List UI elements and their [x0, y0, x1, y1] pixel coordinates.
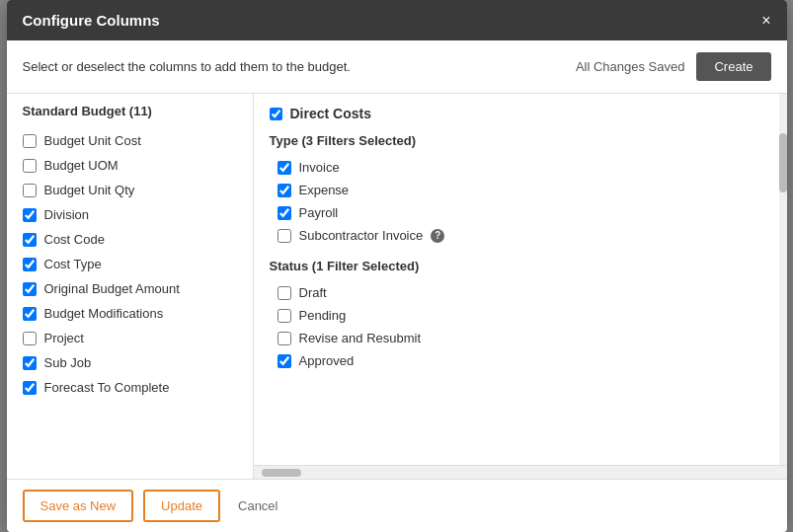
right-panel-inner: Direct Costs Type (3 Filters Selected) I… — [254, 94, 779, 465]
status-item: Approved — [270, 349, 763, 372]
type-item-label: Payroll — [299, 205, 339, 220]
list-item: Forecast To Complete — [7, 375, 253, 400]
type-item: Invoice — [270, 156, 763, 179]
list-item-checkbox-7[interactable] — [23, 307, 37, 321]
list-item-label[interactable]: Division — [44, 207, 90, 222]
type-items-container: InvoiceExpensePayrollSubcontractor Invoi… — [270, 156, 763, 247]
status-items-container: DraftPendingRevise and ResubmitApproved — [270, 281, 763, 372]
type-checkbox-1[interactable] — [278, 184, 291, 197]
list-item: Division — [7, 202, 253, 227]
modal-header: Configure Columns × — [7, 0, 787, 40]
list-item-checkbox-0[interactable] — [23, 134, 37, 148]
direct-costs-header: Direct Costs — [270, 106, 763, 121]
list-item-checkbox-6[interactable] — [23, 282, 37, 296]
list-item: Budget UOM — [7, 153, 253, 178]
status-item-label: Pending — [299, 308, 347, 323]
modal-subheader: Select or deselect the columns to add th… — [7, 40, 787, 94]
modal-body: Standard Budget (11) Budget Unit CostBud… — [7, 94, 787, 479]
list-item-label[interactable]: Forecast To Complete — [44, 380, 170, 395]
list-item-checkbox-1[interactable] — [23, 159, 37, 173]
horizontal-scroll-thumb — [262, 469, 301, 477]
modal-title: Configure Columns — [23, 12, 160, 29]
right-scrollbar[interactable] — [779, 94, 787, 465]
type-item-label: Expense — [299, 183, 350, 197]
list-item-label[interactable]: Budget Unit Cost — [44, 133, 141, 148]
type-item-label: Subcontractor Invoice — [299, 228, 424, 243]
list-item-checkbox-3[interactable] — [23, 208, 37, 222]
list-item: Budget Unit Cost — [7, 128, 253, 153]
list-item-checkbox-5[interactable] — [23, 258, 37, 271]
left-panel-list: Budget Unit CostBudget UOMBudget Unit Qt… — [7, 124, 253, 479]
list-item: Project — [7, 326, 253, 350]
left-panel-header: Standard Budget (11) — [7, 94, 253, 124]
status-item: Pending — [270, 304, 763, 327]
list-item-label[interactable]: Budget Modifications — [44, 306, 164, 321]
status-item-label: Revise and Resubmit — [299, 331, 422, 345]
list-item: Sub Job — [7, 350, 253, 375]
save-as-new-button[interactable]: Save as New — [23, 490, 134, 522]
status-item-label: Approved — [299, 353, 355, 368]
cancel-button[interactable]: Cancel — [230, 492, 285, 520]
status-item-label: Draft — [299, 285, 327, 300]
type-item-label: Invoice — [299, 160, 340, 175]
status-checkbox-1[interactable] — [278, 309, 291, 323]
list-item-checkbox-8[interactable] — [23, 332, 37, 345]
direct-costs-checkbox[interactable] — [270, 108, 282, 120]
list-item-label[interactable]: Project — [44, 331, 84, 345]
list-item-label[interactable]: Budget UOM — [44, 158, 119, 173]
list-item: Original Budget Amount — [7, 276, 253, 301]
list-item: Budget Unit Qty — [7, 178, 253, 202]
type-checkbox-3[interactable] — [278, 229, 291, 243]
list-item-label[interactable]: Budget Unit Qty — [44, 183, 135, 197]
status-checkbox-2[interactable] — [278, 332, 291, 345]
list-item: Cost Code — [7, 227, 253, 252]
type-section-title: Type (3 Filters Selected) — [270, 133, 763, 148]
type-checkbox-0[interactable] — [278, 161, 291, 175]
configure-columns-modal: Configure Columns × Select or deselect t… — [7, 0, 787, 532]
type-item: Expense — [270, 179, 763, 201]
horizontal-scroll[interactable] — [254, 465, 787, 479]
modal-footer: Save as New Update Cancel — [7, 479, 787, 532]
list-item: Cost Type — [7, 252, 253, 276]
list-item-label[interactable]: Cost Type — [44, 257, 102, 271]
create-button[interactable]: Create — [696, 52, 770, 81]
subheader-text: Select or deselect the columns to add th… — [23, 59, 351, 74]
info-icon[interactable]: ? — [431, 229, 444, 243]
type-checkbox-2[interactable] — [278, 206, 291, 220]
list-item-label[interactable]: Sub Job — [44, 355, 92, 370]
list-item-label[interactable]: Cost Code — [44, 232, 105, 247]
right-panel: Direct Costs Type (3 Filters Selected) I… — [254, 94, 787, 479]
list-item-checkbox-9[interactable] — [23, 356, 37, 370]
list-item-label[interactable]: Original Budget Amount — [44, 281, 180, 296]
list-item-checkbox-10[interactable] — [23, 381, 37, 395]
list-item: Budget Modifications — [7, 301, 253, 326]
status-checkbox-0[interactable] — [278, 286, 291, 300]
update-button[interactable]: Update — [143, 490, 220, 522]
all-saved-status: All Changes Saved — [576, 59, 685, 74]
type-item: Subcontractor Invoice? — [270, 224, 763, 247]
status-item: Revise and Resubmit — [270, 327, 763, 349]
left-panel: Standard Budget (11) Budget Unit CostBud… — [7, 94, 254, 479]
type-item: Payroll — [270, 201, 763, 224]
right-scroll-container: Direct Costs Type (3 Filters Selected) I… — [254, 94, 787, 465]
right-scrollbar-thumb — [779, 133, 787, 192]
subheader-right: All Changes Saved Create — [576, 52, 771, 81]
status-section-title: Status (1 Filter Selected) — [270, 259, 763, 273]
list-item-checkbox-4[interactable] — [23, 233, 37, 247]
close-button[interactable]: × — [761, 13, 770, 29]
status-checkbox-3[interactable] — [278, 354, 291, 368]
status-item: Draft — [270, 281, 763, 304]
list-item-checkbox-2[interactable] — [23, 184, 37, 197]
direct-costs-label: Direct Costs — [290, 106, 371, 121]
